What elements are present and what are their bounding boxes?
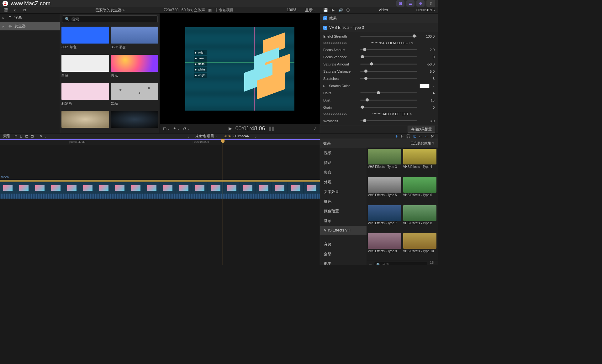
- fx-view-mode-icon[interactable]: ▭: [368, 263, 372, 265]
- share-button[interactable]: ⇧: [426, 0, 435, 7]
- fx-category-item[interactable]: 失真: [320, 168, 367, 177]
- sidebar-item-subtitles[interactable]: ▸ T 字幕: [0, 13, 60, 22]
- param-value[interactable]: 0: [420, 55, 435, 59]
- timeline[interactable]: | 00:01:47:30 | 00:01:48:00 video: [0, 139, 320, 265]
- generator-card[interactable]: 360° 渐变: [111, 27, 159, 52]
- fx-result-card[interactable]: VHS Effects - Type 6: [403, 177, 437, 203]
- sidebar-item-generators[interactable]: ▸ ◎ 发生器: [0, 22, 60, 30]
- skimming-icon[interactable]: ⊪: [395, 134, 398, 138]
- generator-card[interactable]: 斑点: [111, 55, 159, 80]
- fx-result-card[interactable]: VHS Effects - Type 3: [368, 149, 401, 175]
- audio-skimming-icon[interactable]: ⊪: [400, 134, 404, 138]
- timeline-prev-icon[interactable]: ‹: [187, 134, 189, 139]
- music-library-icon[interactable]: ♫: [12, 7, 18, 13]
- timeline-project-dropdown[interactable]: 未命名项目 ⌄: [195, 133, 218, 139]
- clip-filmstrip[interactable]: [0, 182, 320, 194]
- fx-installed-dropdown[interactable]: 已安装的效果 ⇅: [410, 141, 435, 146]
- param-value[interactable]: -50.0: [420, 62, 435, 66]
- fx-category-item[interactable]: 颜色: [320, 197, 367, 206]
- viewer-canvas[interactable]: ▸ width▸ base▸ stairs▸ White▸ length: [160, 13, 320, 124]
- timeline-tool-4-icon[interactable]: ⊐ ⌄: [31, 134, 37, 138]
- save-effect-preset-button[interactable]: 存储效果预置: [408, 126, 435, 133]
- snapping-icon[interactable]: ⊡: [413, 134, 416, 138]
- fx-result-card[interactable]: VHS Effects - Type 4: [403, 149, 437, 175]
- layout-list-icon[interactable]: ☰: [406, 0, 415, 7]
- param-value[interactable]: 0: [420, 106, 435, 109]
- browser-search-input[interactable]: [71, 17, 155, 21]
- fx-result-card[interactable]: VHS Effects - Type 8: [403, 205, 437, 231]
- fullscreen-icon[interactable]: ⤢: [314, 126, 317, 131]
- playhead[interactable]: [223, 139, 223, 265]
- timeline-tool-2-icon[interactable]: ⊔: [20, 134, 23, 138]
- media-library-icon[interactable]: 🎬: [3, 7, 9, 13]
- param-value[interactable]: 2.0: [420, 48, 435, 52]
- effects-browser-icon[interactable]: ▭: [425, 134, 428, 138]
- fx-category-item[interactable]: 颜色预置: [320, 206, 367, 216]
- disclosure-caret-icon[interactable]: ▸: [323, 84, 326, 88]
- info-inspector-icon[interactable]: ⓘ: [346, 8, 351, 13]
- param-slider[interactable]: [360, 120, 417, 121]
- param-slider[interactable]: [360, 36, 417, 37]
- browser-search-field[interactable]: 🔍: [62, 15, 158, 23]
- generator-card[interactable]: 白色: [61, 55, 109, 80]
- generator-card[interactable]: 彩笔画: [61, 83, 109, 108]
- retime-tool-icon[interactable]: ◔ ⌄: [183, 126, 190, 131]
- fx-category-item[interactable]: 文本效果: [320, 187, 367, 197]
- selection-tool-icon[interactable]: ↖ ⌄: [40, 134, 46, 138]
- effects-enable-checkbox[interactable]: ✓: [323, 16, 327, 20]
- generator-card[interactable]: 360° 单色: [61, 27, 109, 52]
- effect-item-header[interactable]: ✓ VHS Effects - Type 3: [320, 23, 438, 32]
- sliders-icon[interactable]: ⚙: [416, 0, 425, 7]
- fx-category-item[interactable]: 全部: [320, 249, 367, 259]
- param-slider[interactable]: [360, 64, 417, 65]
- fx-category-item[interactable]: 电平: [320, 259, 367, 265]
- titles-library-icon[interactable]: ⧉: [21, 7, 28, 13]
- param-slider[interactable]: [360, 56, 417, 57]
- param-value[interactable]: 3: [420, 77, 435, 81]
- transitions-browser-icon[interactable]: ⋈: [431, 134, 435, 138]
- solo-icon[interactable]: 🎧: [406, 134, 411, 138]
- save-icon[interactable]: 💾: [323, 8, 328, 13]
- param-slider[interactable]: [360, 107, 417, 108]
- zoom-level-dropdown[interactable]: 100% ⌄: [287, 8, 300, 12]
- param-value[interactable]: 3.0: [420, 119, 435, 123]
- clip-audio-waveform[interactable]: [0, 194, 320, 199]
- fx-result-card[interactable]: VHS Effects - Type 5: [368, 177, 401, 203]
- param-value[interactable]: 13: [420, 98, 435, 102]
- timeline-ruler[interactable]: | 00:01:47:30 | 00:01:48:00: [0, 139, 320, 145]
- fx-category-item[interactable]: VHS Effects VH: [320, 226, 367, 235]
- fx-search-field[interactable]: 🔍: [374, 262, 427, 265]
- generator-card[interactable]: [61, 111, 109, 131]
- layout-grid-icon[interactable]: ⊞: [396, 0, 404, 7]
- video-track[interactable]: video: [0, 180, 320, 199]
- fx-category-item[interactable]: 遮罩: [320, 216, 367, 226]
- fx-category-item[interactable]: 视频: [320, 148, 367, 158]
- fx-result-card[interactable]: VHS Effects - Type 7: [368, 205, 401, 231]
- clip-title-bar[interactable]: [0, 180, 320, 182]
- param-value[interactable]: 4: [420, 91, 435, 95]
- browser-title[interactable]: 已安装的发生器: [95, 8, 122, 13]
- param-value[interactable]: 5.0: [420, 70, 435, 73]
- timeline-next-icon[interactable]: ›: [255, 134, 256, 139]
- chevron-down-icon[interactable]: ⌄: [432, 84, 435, 87]
- effect-enable-checkbox[interactable]: ✓: [323, 26, 327, 30]
- fx-category-item[interactable]: 外观: [320, 177, 367, 187]
- effects-section-header[interactable]: ✓ 效果: [320, 13, 438, 23]
- display-dropdown[interactable]: 显示 ⌄: [305, 8, 316, 13]
- fx-result-card[interactable]: VHS Effects - Type 10: [403, 233, 437, 259]
- param-slider[interactable]: [360, 100, 417, 101]
- param-slider[interactable]: [360, 78, 417, 79]
- timeline-tool-3-icon[interactable]: ⊏: [25, 134, 28, 138]
- chevron-updown-icon[interactable]: ⇅: [122, 8, 125, 12]
- generator-card[interactable]: 次品: [111, 83, 159, 108]
- param-slider[interactable]: [360, 71, 417, 72]
- timeline-view-icon[interactable]: ▭: [419, 134, 422, 138]
- generator-card[interactable]: [111, 111, 159, 131]
- fx-search-input[interactable]: [382, 263, 425, 265]
- enhance-tool-icon[interactable]: ✦ ⌄: [173, 126, 180, 131]
- video-inspector-icon[interactable]: ▶: [330, 8, 335, 13]
- color-swatch[interactable]: [420, 84, 430, 88]
- param-value[interactable]: 100.0: [420, 34, 435, 38]
- fx-result-card[interactable]: VHS Effects - Type 9: [368, 233, 401, 259]
- param-slider[interactable]: [360, 49, 417, 50]
